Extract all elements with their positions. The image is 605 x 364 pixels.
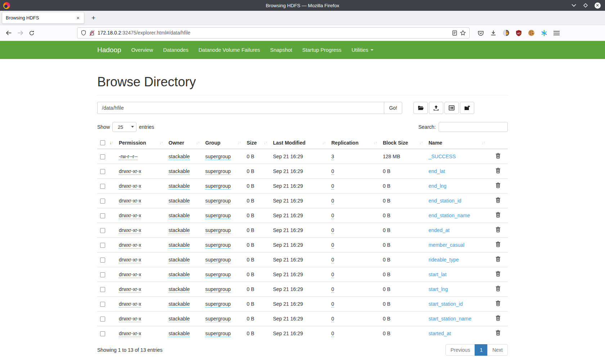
file-name-link[interactable]: rideable_type bbox=[429, 257, 459, 263]
navbar-brand[interactable]: Hadoop bbox=[97, 46, 121, 54]
permission-value[interactable]: drwxr-xr-x bbox=[119, 286, 141, 293]
reload-button[interactable] bbox=[26, 28, 37, 38]
replication-value[interactable]: 0 bbox=[331, 316, 334, 322]
group-value[interactable]: supergroup bbox=[205, 227, 231, 234]
column-header-block-size[interactable]: Block Size↓↑ bbox=[380, 137, 426, 149]
delete-file-button[interactable] bbox=[496, 330, 501, 336]
go-button[interactable]: Go! bbox=[384, 102, 402, 114]
replication-value[interactable]: 0 bbox=[331, 183, 334, 190]
privacy-extension-icon[interactable] bbox=[503, 29, 510, 36]
bookmark-star-icon[interactable] bbox=[460, 30, 466, 36]
owner-value[interactable]: stackable bbox=[169, 257, 190, 263]
delete-file-button[interactable] bbox=[496, 212, 501, 218]
delete-file-button[interactable] bbox=[496, 168, 501, 173]
owner-value[interactable]: stackable bbox=[169, 331, 190, 337]
back-button[interactable] bbox=[3, 28, 14, 38]
window-close-button[interactable]: ✕ bbox=[594, 2, 601, 9]
owner-value[interactable]: stackable bbox=[169, 272, 190, 278]
reader-mode-icon[interactable] bbox=[452, 30, 457, 36]
row-checkbox[interactable] bbox=[100, 243, 105, 248]
permission-value[interactable]: drwxr-xr-x bbox=[119, 168, 141, 175]
column-header-owner[interactable]: Owner↓↑ bbox=[166, 137, 202, 149]
permission-value[interactable]: drwxr-xr-x bbox=[119, 257, 141, 263]
nav-item-snapshot[interactable]: Snapshot bbox=[265, 47, 297, 53]
column-header-replication[interactable]: Replication↓↑ bbox=[328, 137, 380, 149]
row-checkbox[interactable] bbox=[100, 331, 105, 336]
row-checkbox[interactable] bbox=[100, 317, 105, 322]
file-name-link[interactable]: end_station_name bbox=[429, 213, 470, 218]
nav-item-datanode-volume-failures[interactable]: Datanode Volume Failures bbox=[193, 47, 265, 53]
group-value[interactable]: supergroup bbox=[205, 183, 231, 190]
delete-file-button[interactable] bbox=[496, 197, 501, 203]
pagination-previous[interactable]: Previous bbox=[445, 344, 475, 356]
permission-value[interactable]: drwxr-xr-x bbox=[119, 331, 141, 337]
cookie-extension-icon[interactable] bbox=[528, 29, 535, 36]
permission-value[interactable]: drwxr-xr-x bbox=[119, 183, 141, 190]
entries-per-page-select[interactable]: 25 bbox=[112, 122, 136, 132]
replication-value[interactable]: 0 bbox=[331, 301, 334, 308]
owner-value[interactable]: stackable bbox=[169, 227, 190, 234]
row-checkbox[interactable] bbox=[100, 213, 105, 218]
owner-value[interactable]: stackable bbox=[169, 316, 190, 322]
row-checkbox[interactable] bbox=[100, 302, 105, 307]
delete-file-button[interactable] bbox=[496, 182, 501, 188]
column-header-last-modified[interactable]: Last Modified↓↑ bbox=[270, 137, 328, 149]
row-checkbox[interactable] bbox=[100, 272, 105, 277]
owner-value[interactable]: stackable bbox=[169, 213, 190, 219]
color-asterisk-icon[interactable] bbox=[541, 30, 547, 36]
upload-files-button[interactable] bbox=[429, 102, 443, 114]
file-name-link[interactable]: start_lat bbox=[429, 272, 447, 277]
group-value[interactable]: supergroup bbox=[205, 331, 231, 337]
delete-file-button[interactable] bbox=[496, 315, 501, 321]
file-name-link[interactable]: ended_at bbox=[429, 227, 449, 233]
paste-folder-button[interactable] bbox=[460, 102, 474, 114]
group-value[interactable]: supergroup bbox=[205, 213, 231, 219]
pocket-icon[interactable] bbox=[478, 30, 484, 36]
file-name-link[interactable]: end_station_id bbox=[429, 198, 461, 204]
permission-value[interactable]: drwxr-xr-x bbox=[119, 301, 141, 308]
nav-item-overview[interactable]: Overview bbox=[126, 47, 158, 53]
nav-item-startup-progress[interactable]: Startup Progress bbox=[297, 47, 346, 53]
row-checkbox[interactable] bbox=[100, 258, 105, 263]
group-value[interactable]: supergroup bbox=[205, 272, 231, 278]
delete-file-button[interactable] bbox=[496, 271, 501, 277]
permission-value[interactable]: drwxr-xr-x bbox=[119, 242, 141, 249]
window-maximize-button[interactable] bbox=[582, 2, 589, 9]
replication-value[interactable]: 0 bbox=[331, 286, 334, 293]
pagination-page-1[interactable]: 1 bbox=[475, 344, 488, 356]
row-checkbox[interactable] bbox=[100, 154, 105, 159]
owner-value[interactable]: stackable bbox=[169, 198, 190, 204]
forward-button[interactable] bbox=[14, 28, 26, 38]
tab-close-button[interactable]: × bbox=[76, 15, 80, 21]
url-bar[interactable]: 172.18.0.2:32475/explorer.html#/data/hfi… bbox=[77, 27, 470, 38]
row-checkbox[interactable] bbox=[100, 228, 105, 233]
replication-value[interactable]: 0 bbox=[331, 257, 334, 263]
menu-hamburger-icon[interactable] bbox=[554, 31, 560, 36]
new-tab-button[interactable]: + bbox=[89, 13, 98, 23]
file-name-link[interactable]: start_lng bbox=[429, 286, 448, 292]
select-all-checkbox[interactable] bbox=[100, 140, 105, 145]
row-checkbox[interactable] bbox=[100, 184, 105, 189]
owner-value[interactable]: stackable bbox=[169, 242, 190, 249]
group-value[interactable]: supergroup bbox=[205, 316, 231, 322]
select-all-header[interactable]: ↓↑ bbox=[97, 137, 116, 149]
replication-value[interactable]: 0 bbox=[331, 168, 334, 175]
delete-file-button[interactable] bbox=[496, 286, 501, 291]
row-checkbox[interactable] bbox=[100, 287, 105, 292]
browser-tab[interactable]: Browsing HDFS × bbox=[2, 12, 84, 24]
group-value[interactable]: supergroup bbox=[205, 168, 231, 175]
permission-value[interactable]: drwxr-xr-x bbox=[119, 316, 141, 322]
group-value[interactable]: supergroup bbox=[205, 242, 231, 249]
replication-value[interactable]: 0 bbox=[331, 272, 334, 278]
pagination-next[interactable]: Next bbox=[487, 344, 508, 356]
file-list-button[interactable] bbox=[444, 102, 459, 114]
file-name-link[interactable]: end_lng bbox=[429, 183, 447, 189]
tracking-shield-icon[interactable] bbox=[81, 30, 86, 36]
file-name-link[interactable]: _SUCCESS bbox=[429, 154, 456, 159]
create-directory-button[interactable] bbox=[413, 102, 428, 114]
owner-value[interactable]: stackable bbox=[169, 154, 190, 160]
group-value[interactable]: supergroup bbox=[205, 286, 231, 293]
group-value[interactable]: supergroup bbox=[205, 257, 231, 263]
permission-value[interactable]: drwxr-xr-x bbox=[119, 272, 141, 278]
insecure-lock-icon[interactable] bbox=[89, 30, 95, 36]
